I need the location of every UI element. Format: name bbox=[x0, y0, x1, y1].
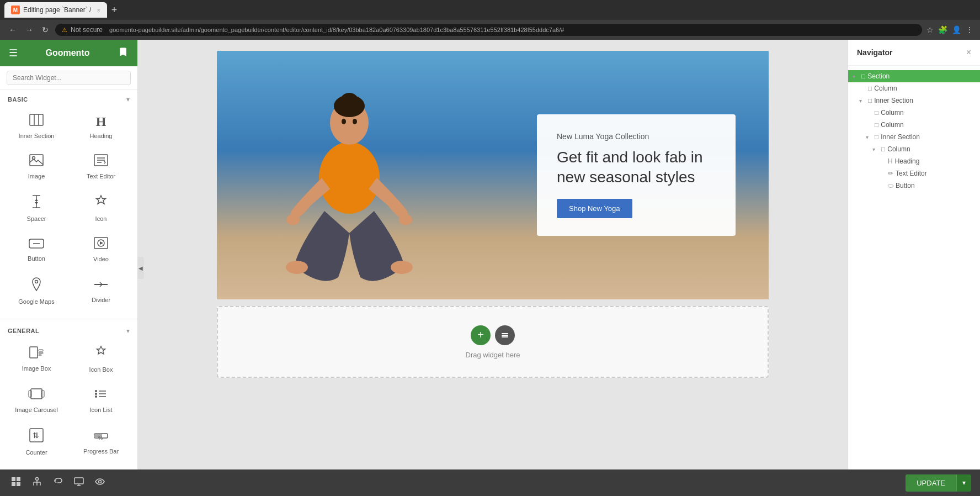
widget-inner-section[interactable]: Inner Section bbox=[4, 107, 68, 146]
address-bar: ← → ↻ ⚠ Not secure goomento-pagebuilder.… bbox=[0, 20, 980, 40]
widget-text-editor[interactable]: Text Editor bbox=[69, 147, 133, 187]
widget-image-carousel-label: Image Carousel bbox=[15, 407, 58, 413]
security-label: Not secure bbox=[71, 26, 103, 34]
video-icon bbox=[94, 237, 108, 252]
widget-heading-label: Heading bbox=[90, 133, 113, 139]
widget-heading[interactable]: H Heading bbox=[69, 107, 133, 146]
widget-inner-section-label: Inner Section bbox=[19, 133, 55, 139]
svg-rect-51 bbox=[12, 482, 15, 486]
nav-item-label: Column bbox=[881, 121, 903, 129]
widget-image[interactable]: Image bbox=[4, 147, 68, 187]
search-input[interactable] bbox=[7, 71, 131, 85]
nav-tree-item[interactable]: ▾□Section bbox=[848, 70, 980, 82]
nav-item-icon: □ bbox=[868, 97, 872, 104]
reload-button[interactable]: ↻ bbox=[40, 24, 51, 35]
hero-card-subtitle: New Luma Yoga Collection bbox=[557, 132, 716, 141]
update-button[interactable]: UPDATE bbox=[906, 474, 956, 492]
widget-counter[interactable]: ⇅ Counter bbox=[4, 421, 68, 463]
tab-close-button[interactable]: × bbox=[97, 7, 100, 13]
nav-item-label: Text Editor bbox=[896, 170, 927, 177]
sidebar-header: ☰ Goomento bbox=[0, 40, 137, 66]
widget-image-carousel[interactable]: Image Carousel bbox=[4, 381, 68, 420]
account-button[interactable]: 👤 bbox=[952, 25, 961, 34]
widget-divider[interactable]: Divider bbox=[69, 270, 133, 312]
widget-image-label: Image bbox=[28, 173, 45, 180]
update-dropdown-button[interactable]: ▾ bbox=[956, 474, 971, 492]
tab-title: Editing page `Banner` / bbox=[23, 6, 91, 14]
nav-item-icon: □ bbox=[861, 72, 865, 80]
nav-tree-item[interactable]: ✏Text Editor bbox=[848, 167, 980, 180]
svg-point-43 bbox=[399, 214, 412, 225]
extension-button[interactable]: 🧩 bbox=[938, 25, 947, 34]
update-button-group: UPDATE ▾ bbox=[906, 474, 971, 492]
new-tab-button[interactable]: + bbox=[109, 4, 120, 16]
undo-icon[interactable] bbox=[51, 474, 65, 491]
security-icon: ⚠ bbox=[62, 27, 67, 34]
widget-progress-bar[interactable]: % Progress Bar bbox=[69, 421, 133, 463]
drop-add-button[interactable]: + bbox=[471, 325, 491, 345]
browser-menu-button[interactable]: ⋮ bbox=[966, 25, 973, 34]
nav-tree-item[interactable]: □Column bbox=[848, 107, 980, 119]
svg-point-41 bbox=[353, 119, 357, 124]
drop-zone-content: + Drag widget here bbox=[466, 325, 520, 359]
bookmark-icon[interactable] bbox=[118, 46, 129, 60]
browser-chrome: M Editing page `Banner` / × + ← → ↻ ⚠ No… bbox=[0, 0, 980, 40]
nav-tree-item[interactable]: □Column bbox=[848, 82, 980, 94]
widget-icon[interactable]: Icon bbox=[69, 187, 133, 229]
general-section-toggle[interactable]: ▾ bbox=[126, 327, 130, 335]
navigator-close-button[interactable]: × bbox=[966, 48, 971, 57]
star-button[interactable]: ☆ bbox=[926, 25, 934, 34]
grid-icon[interactable] bbox=[9, 474, 23, 491]
sidebar-collapse-handle[interactable]: ◀ bbox=[137, 257, 144, 279]
hamburger-icon[interactable]: ☰ bbox=[9, 47, 18, 59]
drop-handle-button[interactable] bbox=[495, 325, 515, 345]
widget-button[interactable]: Button bbox=[4, 230, 68, 270]
nav-tree-item[interactable]: □Column bbox=[848, 119, 980, 131]
nav-item-icon: □ bbox=[868, 85, 872, 92]
nav-tree-item[interactable]: ▾□Column bbox=[848, 143, 980, 155]
widget-google-maps-label: Google Maps bbox=[18, 298, 54, 305]
widget-icon-box[interactable]: Icon Box bbox=[69, 338, 133, 380]
nav-tree-item[interactable]: ▾□Inner Section bbox=[848, 131, 980, 143]
canvas-area: New Luma Yoga Collection Get fit and loo… bbox=[138, 40, 848, 496]
svg-rect-47 bbox=[502, 335, 508, 336]
tab-favicon: M bbox=[11, 6, 20, 14]
nav-toggle-icon: ▾ bbox=[872, 146, 879, 152]
hero-card-button[interactable]: Shop New Yoga bbox=[557, 199, 632, 218]
widget-spacer[interactable]: Spacer bbox=[4, 187, 68, 229]
widget-google-maps[interactable]: Google Maps bbox=[4, 270, 68, 312]
svg-rect-52 bbox=[17, 482, 20, 486]
text-editor-icon bbox=[94, 154, 108, 170]
sidebar-logo: Goomento bbox=[46, 48, 90, 58]
eye-icon[interactable] bbox=[93, 474, 107, 491]
nav-tree-item[interactable]: ▾□Inner Section bbox=[848, 94, 980, 107]
nav-item-label: Button bbox=[896, 182, 915, 189]
widget-video-label: Video bbox=[93, 256, 109, 262]
widget-video[interactable]: Video bbox=[69, 230, 133, 270]
nav-tree-item[interactable]: ⬭Button bbox=[848, 180, 980, 192]
svg-rect-22 bbox=[31, 389, 42, 399]
svg-point-29 bbox=[95, 395, 97, 398]
hero-card: New Luma Yoga Collection Get fit and loo… bbox=[537, 114, 736, 236]
widget-image-box[interactable]: Image Box bbox=[4, 338, 68, 380]
basic-section-toggle[interactable]: ▾ bbox=[126, 96, 130, 103]
desktop-icon[interactable] bbox=[72, 474, 86, 491]
widget-icon-list[interactable]: Icon List bbox=[69, 381, 133, 420]
anchor-icon[interactable] bbox=[30, 474, 44, 491]
address-input[interactable]: ⚠ Not secure goomento-pagebuilder.site/a… bbox=[55, 24, 922, 36]
svg-rect-50 bbox=[17, 477, 20, 481]
general-section-header: GENERAL ▾ bbox=[0, 321, 137, 338]
hero-person-image bbox=[244, 56, 454, 299]
svg-rect-48 bbox=[502, 336, 508, 337]
svg-point-44 bbox=[286, 261, 308, 274]
nav-item-icon: ⬭ bbox=[888, 182, 893, 189]
svg-point-53 bbox=[36, 478, 39, 481]
nav-tree-item[interactable]: HHeading bbox=[848, 155, 980, 167]
active-tab[interactable]: M Editing page `Banner` / × bbox=[4, 2, 107, 18]
forward-button[interactable]: → bbox=[23, 24, 35, 35]
back-button[interactable]: ← bbox=[7, 24, 19, 35]
nav-item-label: Column bbox=[874, 85, 897, 92]
icon-widget-icon bbox=[94, 194, 108, 212]
widget-image-box-label: Image Box bbox=[22, 365, 51, 372]
drop-zone-buttons: + bbox=[471, 325, 515, 345]
